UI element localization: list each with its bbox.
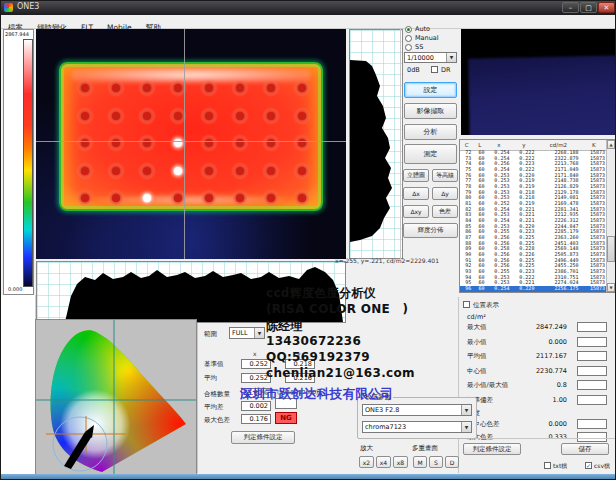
table-header-C[interactable]: C — [460, 140, 473, 150]
lens-select[interactable]: ONE3 F2.8 ▼ — [362, 404, 472, 416]
position-display-checkbox[interactable] — [463, 301, 470, 308]
profile-select[interactable]: chroma7123 ▼ — [362, 421, 472, 433]
delta-y-button[interactable]: Δy — [432, 187, 458, 200]
led-dot-core — [236, 167, 244, 175]
stat-label: 平均值 — [467, 352, 487, 361]
set-button[interactable]: 設定 — [404, 82, 457, 98]
color-scale-panel: 2867.944 0.000 — [3, 29, 34, 295]
shutter-select[interactable]: 1/10000 ▼ — [404, 52, 457, 63]
table-cell: 60 — [473, 286, 486, 292]
chevron-down-icon[interactable]: ▼ — [254, 328, 264, 338]
measurement-table[interactable]: CLxycd/m2K 72600.2540.2222268.1881587373… — [459, 139, 616, 293]
table-header-K[interactable]: K — [581, 140, 607, 150]
radio-auto[interactable] — [405, 26, 412, 33]
stat-label: 最小值/最大值 — [467, 381, 508, 390]
stat-judge-box — [577, 419, 607, 429]
stat-row-1: 最小值0.000 — [463, 337, 613, 349]
table-scrollbar[interactable]: ▲ ▼ — [606, 140, 616, 292]
color-diff-button[interactable]: 色差 — [432, 205, 458, 218]
contour-button[interactable]: 等高線 — [432, 169, 458, 182]
zoom-x8-button[interactable]: x8 — [393, 456, 408, 468]
stat-value: 0.333 — [548, 433, 567, 441]
stat-row-2: 平均值2117.167 — [463, 351, 613, 363]
stat-value: 0.8 — [557, 381, 567, 389]
radio-label-auto: Auto — [415, 25, 430, 33]
crosshair-vertical[interactable] — [184, 29, 185, 259]
stat-value: 2847.249 — [536, 323, 567, 331]
led-dot-core — [81, 84, 89, 92]
analyze-button[interactable]: 分析 — [404, 124, 457, 140]
close-icon[interactable]: ✕ — [598, 2, 615, 13]
led-dot-core — [174, 112, 182, 120]
judge-settings-button-center[interactable]: 判定條件設定 — [231, 431, 295, 444]
scrollbar-thumb[interactable] — [607, 236, 615, 262]
range-label: 範圍 — [204, 330, 217, 339]
table-body[interactable]: 72600.2540.2222268.1881587373600.2540.22… — [460, 150, 607, 292]
max-diff-label: 最大色差 — [204, 416, 230, 425]
gain-label: 0dB — [407, 66, 420, 74]
ng-badge: NG — [275, 412, 297, 424]
chevron-down-icon[interactable]: ▼ — [461, 405, 471, 415]
chevron-down-icon[interactable]: ▼ — [446, 53, 456, 62]
dr-label: DR — [441, 66, 451, 74]
save-button[interactable]: 儲存 — [561, 443, 609, 455]
crosshair-horizontal[interactable] — [36, 141, 346, 142]
luminance-dist-button[interactable]: 輝度分佈 — [403, 223, 458, 238]
stat-row-5: 標準偏差1.00 — [463, 395, 613, 407]
stat-value: 1.00 — [553, 396, 567, 404]
multi-d-button[interactable]: D — [445, 456, 459, 468]
watermark-line-4: QQ:569192379 — [266, 350, 370, 364]
cie-diagram[interactable] — [35, 319, 197, 479]
minimize-icon[interactable]: – — [562, 2, 579, 13]
maximize-icon[interactable]: ▢ — [580, 2, 597, 13]
delta-x-button[interactable]: Δx — [403, 187, 429, 200]
multi-m-button[interactable]: M — [413, 456, 427, 468]
view3d-button[interactable]: 立體圖 — [403, 169, 429, 182]
range-value: FULL — [230, 329, 254, 337]
watermark-line-5: chenlian21@163.com — [266, 366, 415, 380]
lens-value: ONE3 F2.8 — [363, 406, 461, 414]
delta-xy-button[interactable]: Δxy — [403, 205, 429, 218]
stat-value: 0.000 — [548, 338, 567, 346]
save-option-label-0: txt檔 — [553, 462, 567, 471]
zoom-x4-button[interactable]: x4 — [376, 456, 391, 468]
scroll-down-icon[interactable]: ▼ — [607, 283, 615, 292]
color-scale-gradient — [23, 39, 33, 287]
dr-checkbox[interactable] — [431, 66, 438, 73]
radio-row-auto: Auto — [405, 24, 459, 33]
multi-s-button[interactable]: S — [429, 456, 443, 468]
measure-button[interactable]: 測定 — [404, 144, 457, 164]
led-dot-core — [174, 167, 182, 175]
table-header-x[interactable]: x — [486, 140, 511, 150]
led-dot-core — [143, 112, 151, 120]
stat-judge-box — [577, 380, 607, 390]
led-dot-core — [112, 194, 120, 202]
table-cell: 0.254 — [486, 286, 511, 292]
luminance-heatmap[interactable] — [36, 29, 346, 259]
led-dot-core — [143, 194, 151, 202]
radio-manual[interactable] — [405, 35, 412, 42]
save-option-checkbox-1[interactable]: ✓ — [585, 462, 592, 469]
radio-ss[interactable] — [405, 44, 412, 51]
chevron-down-icon[interactable]: ▼ — [461, 422, 471, 432]
zoom-label: 放大 — [360, 444, 373, 453]
judge-settings-button-right[interactable]: 判定條件設定 — [463, 443, 521, 455]
app-icon — [4, 3, 13, 12]
capture-button[interactable]: 影像擷取 — [404, 103, 457, 119]
table-header-cd/m2[interactable]: cd/m2 — [536, 140, 580, 150]
app-window: ONE3 – ▢ ✕ 檔案經時變化FLTMobile幫助 2867.944 0.… — [0, 0, 616, 480]
save-option-checkbox-0[interactable] — [544, 462, 551, 469]
avg-diff-label: 平均差 — [204, 403, 224, 412]
range-select[interactable]: FULL ▼ — [229, 327, 265, 339]
scroll-up-icon[interactable]: ▲ — [607, 140, 615, 149]
center-row-label-0: 基準值 — [204, 360, 224, 369]
zoom-x2-button[interactable]: x2 — [359, 456, 374, 468]
table-header-L[interactable]: L — [473, 140, 486, 150]
table-row[interactable]: 96600.2540.2202256.17515873 — [460, 286, 607, 292]
table-header-y[interactable]: y — [511, 140, 536, 150]
calibration-group: 校正參數 ONE3 F2.8 ▼ chroma7123 ▼ — [357, 397, 477, 439]
table-cell: 2256.175 — [536, 286, 580, 292]
stat-row-3: 中心值2230.774 — [463, 366, 613, 378]
radio-label-ss: SS — [415, 43, 423, 51]
stat-row-4: 最小值/最大值0.8 — [463, 380, 613, 392]
